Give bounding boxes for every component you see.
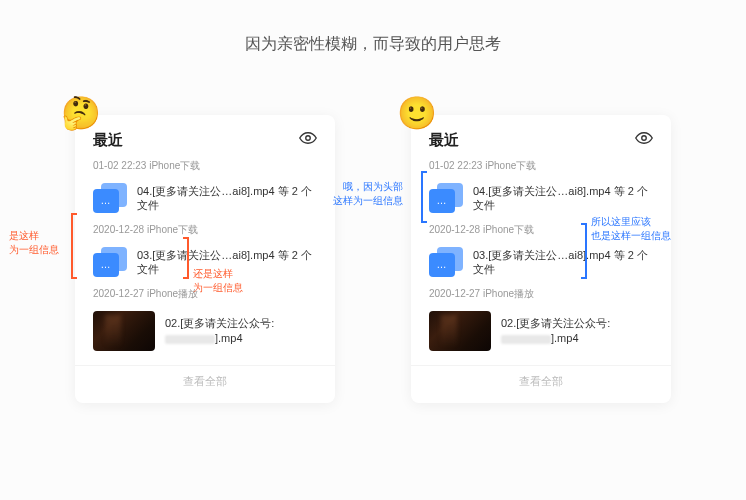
page-title: 因为亲密性模糊，而导致的用户思考 bbox=[0, 0, 746, 55]
card-left: 🤔 最近 01-02 22:23 iPhone下载 … … 04.[更多请关注公… bbox=[75, 115, 335, 403]
bracket-left bbox=[71, 213, 77, 279]
file-stack-icon: … … bbox=[93, 247, 127, 277]
annotation-right: 所以这里应该也是这样一组信息 bbox=[591, 215, 671, 243]
card-right: 🙂 最近 01-02 22:23 iPhone下载 … … 04.[更多请关注公… bbox=[411, 115, 671, 403]
svg-point-0 bbox=[306, 136, 311, 141]
bracket-right bbox=[581, 223, 587, 279]
date-line: 01-02 22:23 iPhone下载 bbox=[411, 157, 671, 179]
file-text-3: 02.[更多请关注公众号: ].mp4 bbox=[501, 316, 610, 347]
file-stack-icon: … … bbox=[93, 183, 127, 213]
video-thumbnail bbox=[93, 311, 155, 351]
file-row-1[interactable]: … … 04.[更多请关注公…ai8].mp4 等 2 个文件 bbox=[75, 179, 335, 221]
file-stack-icon: … … bbox=[429, 247, 463, 277]
smile-emoji: 🙂 bbox=[397, 97, 437, 129]
file-row-3[interactable]: 02.[更多请关注公众号: ].mp4 bbox=[75, 307, 335, 363]
file-text-1: 04.[更多请关注公…ai8].mp4 等 2 个文件 bbox=[473, 184, 653, 213]
view-all-left[interactable]: 查看全部 bbox=[75, 365, 335, 395]
file-stack-icon: … … bbox=[429, 183, 463, 213]
file-text-1: 04.[更多请关注公…ai8].mp4 等 2 个文件 bbox=[137, 184, 317, 213]
view-all-right[interactable]: 查看全部 bbox=[411, 365, 671, 395]
card-right-header: 最近 bbox=[411, 115, 671, 157]
section-title-right: 最近 bbox=[429, 131, 459, 150]
cards-container: 🤔 最近 01-02 22:23 iPhone下载 … … 04.[更多请关注公… bbox=[0, 115, 746, 403]
file-text-2: 03.[更多请关注公…ai8].mp4 等 2 个文件 bbox=[473, 248, 653, 277]
svg-point-1 bbox=[642, 136, 647, 141]
bracket-mid bbox=[183, 237, 189, 279]
eye-icon[interactable] bbox=[299, 129, 317, 151]
bracket-top bbox=[421, 171, 427, 223]
thinking-emoji: 🤔 bbox=[61, 97, 101, 129]
date-line: 01-02 22:23 iPhone下载 bbox=[75, 157, 335, 179]
file-row-2[interactable]: … … 03.[更多请关注公…ai8].mp4 等 2 个文件 bbox=[411, 243, 671, 285]
annotation-top: 哦，因为头部这样为一组信息 bbox=[333, 180, 403, 208]
section-title-left: 最近 bbox=[93, 131, 123, 150]
date-line: 2020-12-27 iPhone播放 bbox=[411, 285, 671, 307]
date-line: 2020-12-28 iPhone下载 bbox=[75, 221, 335, 243]
video-thumbnail bbox=[429, 311, 491, 351]
eye-icon[interactable] bbox=[635, 129, 653, 151]
blurred-text bbox=[501, 335, 551, 344]
card-left-header: 最近 bbox=[75, 115, 335, 157]
annotation-left: 是这样为一组信息 bbox=[9, 229, 59, 257]
file-row-3[interactable]: 02.[更多请关注公众号: ].mp4 bbox=[411, 307, 671, 363]
blurred-text bbox=[165, 335, 215, 344]
file-text-3: 02.[更多请关注公众号: ].mp4 bbox=[165, 316, 274, 347]
annotation-mid: 还是这样为一组信息 bbox=[193, 267, 243, 295]
